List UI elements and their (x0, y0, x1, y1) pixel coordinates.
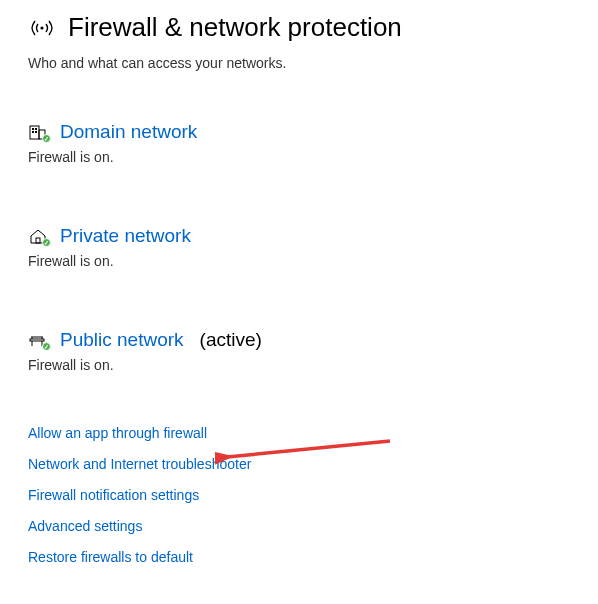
house-icon (28, 227, 48, 245)
status-ok-badge (42, 134, 51, 143)
restore-defaults-link[interactable]: Restore firewalls to default (28, 549, 570, 565)
action-links-section: Allow an app through firewall Network an… (28, 425, 570, 565)
public-network-status: Firewall is on. (28, 357, 570, 373)
status-ok-badge (42, 238, 51, 247)
active-indicator: (active) (200, 329, 262, 351)
advanced-settings-link[interactable]: Advanced settings (28, 518, 570, 534)
status-ok-badge (42, 342, 51, 351)
domain-network-section: Domain network Firewall is on. (28, 121, 570, 165)
private-network-section: Private network Firewall is on. (28, 225, 570, 269)
page-title: Firewall & network protection (68, 12, 402, 43)
public-network-section: Public network (active) Firewall is on. (28, 329, 570, 373)
troubleshooter-link[interactable]: Network and Internet troubleshooter (28, 456, 570, 472)
notification-settings-link[interactable]: Firewall notification settings (28, 487, 570, 503)
public-network-link[interactable]: Public network (60, 329, 184, 351)
domain-network-link[interactable]: Domain network (60, 121, 197, 143)
svg-rect-7 (36, 238, 40, 243)
svg-rect-5 (35, 131, 37, 133)
allow-app-link[interactable]: Allow an app through firewall (28, 425, 570, 441)
svg-rect-3 (35, 128, 37, 130)
private-network-link[interactable]: Private network (60, 225, 191, 247)
svg-rect-4 (32, 131, 34, 133)
svg-point-0 (40, 26, 43, 29)
svg-rect-1 (30, 126, 39, 139)
bench-icon (28, 331, 48, 349)
antenna-icon (28, 16, 56, 40)
domain-network-status: Firewall is on. (28, 149, 570, 165)
building-icon (28, 123, 48, 141)
svg-rect-8 (30, 339, 44, 341)
private-network-status: Firewall is on. (28, 253, 570, 269)
svg-rect-2 (32, 128, 34, 130)
page-subtitle: Who and what can access your networks. (28, 55, 570, 71)
page-header: Firewall & network protection (28, 12, 570, 43)
